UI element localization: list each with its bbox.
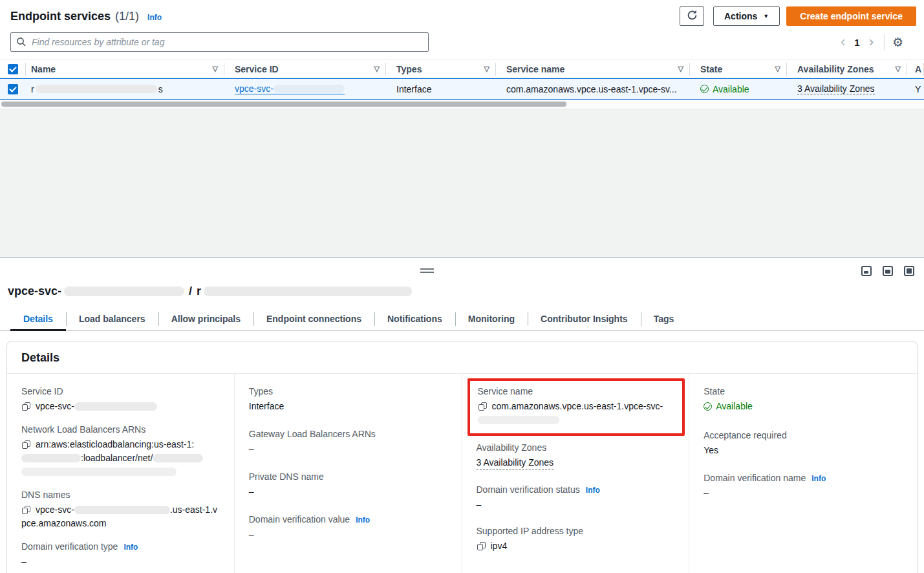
tab-monitoring[interactable]: Monitoring: [455, 309, 528, 330]
info-link[interactable]: Info: [811, 474, 826, 483]
row-service-name-cell: com.amazonaws.vpce.us-east-1.vpce-sv...: [496, 78, 690, 100]
field-service-id: Service ID vpce-svc-: [21, 386, 221, 413]
field-supported-ip: Supported IP address type ipv4: [477, 526, 676, 553]
details-card-heading: Details: [7, 341, 917, 374]
row-select-cell: [0, 78, 26, 100]
row-state-cell: Available: [690, 78, 787, 100]
search-wrap: [10, 32, 429, 52]
horizontal-scrollbar-thumb[interactable]: [1, 102, 566, 107]
field-types: Types Interface: [249, 386, 449, 413]
redacted-title-id: [64, 286, 184, 296]
row-name-cell[interactable]: rs: [26, 78, 224, 100]
field-acceptance-required: Acceptance required Yes: [704, 430, 904, 457]
redacted-value: [21, 454, 81, 462]
create-endpoint-service-button[interactable]: Create endpoint service: [786, 6, 916, 26]
details-card-body: Service ID vpce-svc- Network Load Balanc…: [7, 374, 917, 573]
redacted-value: [153, 454, 203, 462]
redacted-value: [21, 468, 177, 476]
details-column-2: Types Interface Gateway Load Balancers A…: [235, 374, 462, 573]
redacted-service-id: [274, 85, 345, 93]
filter-icon[interactable]: ▽: [480, 65, 489, 73]
availability-zones-link[interactable]: 3 Availability Zones: [797, 83, 875, 94]
row-checkbox[interactable]: [8, 84, 18, 94]
pagination-divider: [884, 34, 885, 50]
title-group: Endpoint services (1/1) Info: [10, 10, 162, 23]
tab-tags[interactable]: Tags: [641, 309, 687, 330]
column-header-types[interactable]: Types ▽: [386, 59, 496, 78]
column-header-clipped[interactable]: A: [907, 59, 924, 78]
copy-icon[interactable]: [22, 440, 30, 449]
check-circle-icon: [704, 402, 712, 411]
pagination: ‹ 1 › ⚙: [837, 34, 903, 50]
refresh-button[interactable]: [680, 6, 704, 26]
column-header-name[interactable]: Name ▽: [26, 59, 224, 78]
field-domain-verification-name: Domain verification name Info –: [704, 473, 904, 500]
row-service-id-cell: vpce-svc-: [224, 78, 386, 100]
check-circle-icon: [700, 85, 709, 93]
select-all-checkbox[interactable]: [8, 64, 18, 74]
service-id-link[interactable]: vpce-svc-: [235, 83, 345, 94]
field-private-dns-name: Private DNS name –: [249, 471, 449, 499]
tab-notifications[interactable]: Notifications: [374, 309, 455, 330]
column-header-availability-zones[interactable]: Availability Zones ▽: [787, 59, 907, 78]
redacted-value: [74, 402, 157, 411]
search-row: ‹ 1 › ⚙: [0, 26, 924, 52]
tab-contributor-insights[interactable]: Contributor Insights: [528, 309, 641, 330]
header-actions: Actions ▼ Create endpoint service: [680, 6, 916, 26]
copy-icon[interactable]: [478, 402, 486, 411]
tab-load-balancers[interactable]: Load balancers: [66, 309, 158, 330]
redacted-name: [36, 85, 157, 93]
field-domain-verification-type: Domain verification type Info –: [21, 541, 221, 568]
copy-icon[interactable]: [22, 506, 30, 514]
info-link[interactable]: Info: [124, 543, 138, 552]
tab-allow-principals[interactable]: Allow principals: [158, 309, 253, 330]
info-link[interactable]: Info: [147, 13, 162, 22]
details-column-4: State Available Acceptance required Yes …: [689, 374, 917, 573]
details-card: Details Service ID vpce-svc- Network Loa…: [6, 341, 918, 573]
filter-icon[interactable]: ▽: [771, 65, 780, 73]
endpoint-services-list-section: Endpoint services (1/1) Info Actions ▼ C…: [0, 0, 924, 109]
field-domain-verification-status: Domain verification status Info –: [477, 484, 676, 512]
filter-icon[interactable]: ▽: [892, 65, 901, 73]
filter-icon[interactable]: ▽: [371, 65, 380, 73]
column-header-state[interactable]: State ▽: [690, 59, 787, 78]
copy-icon[interactable]: [22, 402, 30, 411]
select-all-header-cell: [0, 59, 26, 78]
info-link[interactable]: Info: [586, 486, 600, 495]
resource-count: (1/1): [115, 10, 139, 23]
redacted-value: [478, 416, 559, 424]
redacted-value: [74, 506, 170, 514]
panel-size-large-icon[interactable]: [904, 266, 914, 276]
field-nlb-arns: Network Load Balancers ARNs arn:aws:elas…: [21, 424, 221, 479]
field-domain-verification-value: Domain verification value Info –: [249, 514, 449, 541]
column-header-service-id[interactable]: Service ID ▽: [224, 59, 386, 78]
panel-size-small-icon[interactable]: [861, 266, 872, 276]
content-background: [0, 109, 924, 257]
search-input[interactable]: [10, 32, 429, 52]
filter-icon[interactable]: ▽: [209, 65, 218, 73]
pagination-next-icon[interactable]: ›: [865, 35, 877, 49]
panel-resize-handle[interactable]: [420, 268, 434, 273]
column-header-service-name[interactable]: Service name ▽: [496, 59, 690, 78]
panel-size-controls: [861, 266, 914, 276]
split-panel: vpce-svc- / r Details Load balancers All…: [0, 257, 924, 573]
redacted-title-name: [204, 286, 412, 296]
actions-button[interactable]: Actions ▼: [713, 6, 780, 26]
row-clipped-cell: Y: [907, 78, 924, 100]
panel-size-medium-icon[interactable]: [883, 266, 893, 276]
field-availability-zones: Availability Zones 3 Availability Zones: [477, 442, 676, 470]
gear-icon[interactable]: ⚙: [892, 36, 903, 49]
pagination-prev-icon[interactable]: ‹: [837, 35, 849, 49]
info-link[interactable]: Info: [356, 515, 370, 524]
page-title: Endpoint services: [10, 10, 111, 23]
horizontal-scrollbar: [0, 100, 924, 109]
details-column-1: Service ID vpce-svc- Network Load Balanc…: [7, 374, 235, 573]
copy-icon[interactable]: [477, 542, 485, 550]
filter-icon[interactable]: ▽: [674, 65, 683, 73]
tab-endpoint-connections[interactable]: Endpoint connections: [253, 309, 374, 330]
tab-details[interactable]: Details: [10, 309, 66, 331]
field-state: State Available: [704, 386, 904, 415]
pagination-current-page[interactable]: 1: [849, 37, 865, 48]
status-badge: Available: [704, 400, 753, 413]
availability-zones-link[interactable]: 3 Availability Zones: [477, 456, 554, 470]
